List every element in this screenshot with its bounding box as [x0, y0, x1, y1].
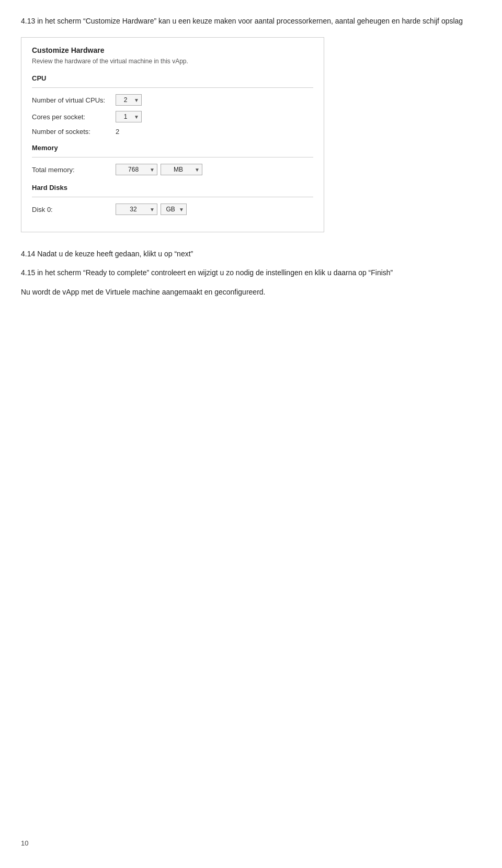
memory-section-title: Memory	[32, 144, 313, 152]
total-memory-row: Total memory: 768 ▼ MB ▼	[32, 164, 313, 175]
harddisk-section-title: Hard Disks	[32, 184, 313, 191]
cores-per-socket-label: Cores per socket:	[32, 113, 116, 121]
disk0-size-value: 32	[118, 206, 149, 213]
cpu-section: CPU Number of virtual CPUs: 2 ▼ Cores pe…	[32, 74, 313, 136]
disk0-size-arrow-icon: ▼	[150, 207, 155, 212]
cores-per-socket-arrow-icon: ▼	[134, 114, 139, 120]
total-memory-value: 768	[118, 166, 149, 173]
harddisk-section: Hard Disks Disk 0: 32 ▼ GB ▼	[32, 184, 313, 215]
step14-text: 4.14 Nadat u de keuze heeft gedaan, klik…	[21, 248, 481, 260]
outro-text: Nu wordt de vApp met de Virtuele machine…	[21, 286, 481, 298]
dialog-subtitle: Review the hardware of the virtual machi…	[32, 58, 313, 65]
cpu-section-title: CPU	[32, 74, 313, 82]
vcpu-arrow-icon: ▼	[134, 97, 139, 103]
page-number: 10	[21, 839, 28, 847]
disk0-size-dropdown[interactable]: 32 ▼	[116, 204, 157, 215]
disk0-unit-arrow-icon: ▼	[179, 207, 184, 212]
num-sockets-label: Number of sockets:	[32, 128, 116, 136]
num-sockets-row: Number of sockets: 2	[32, 128, 313, 136]
cores-per-socket-value: 1	[118, 113, 133, 120]
vcpu-row: Number of virtual CPUs: 2 ▼	[32, 94, 313, 106]
memory-unit-arrow-icon: ▼	[195, 167, 200, 173]
vcpu-value: 2	[118, 96, 133, 104]
disk0-label: Disk 0:	[32, 206, 116, 213]
disk0-unit-dropdown[interactable]: GB ▼	[161, 204, 187, 215]
memory-section: Memory Total memory: 768 ▼ MB ▼	[32, 144, 313, 175]
disk0-row: Disk 0: 32 ▼ GB ▼	[32, 204, 313, 215]
disk0-unit-value: GB	[163, 206, 178, 213]
vcpu-label: Number of virtual CPUs:	[32, 96, 116, 104]
vcpu-dropdown[interactable]: 2 ▼	[116, 94, 142, 106]
memory-unit-dropdown[interactable]: MB ▼	[161, 164, 202, 175]
total-memory-dropdown[interactable]: 768 ▼	[116, 164, 157, 175]
total-memory-label: Total memory:	[32, 166, 116, 174]
memory-unit-value: MB	[163, 166, 193, 173]
step15-text: 4.15 in het scherm “Ready to complete” c…	[21, 267, 481, 278]
memory-divider	[32, 157, 313, 157]
harddisk-divider	[32, 197, 313, 197]
intro-text: 4.13 in het scherm “Customize Hardware” …	[21, 16, 481, 27]
num-sockets-value: 2	[116, 128, 119, 136]
hardware-dialog: Customize Hardware Review the hardware o…	[21, 37, 324, 232]
cores-per-socket-row: Cores per socket: 1 ▼	[32, 111, 313, 122]
cores-per-socket-dropdown[interactable]: 1 ▼	[116, 111, 142, 122]
dialog-title: Customize Hardware	[32, 46, 313, 54]
total-memory-arrow-icon: ▼	[150, 167, 155, 173]
cpu-divider	[32, 87, 313, 88]
